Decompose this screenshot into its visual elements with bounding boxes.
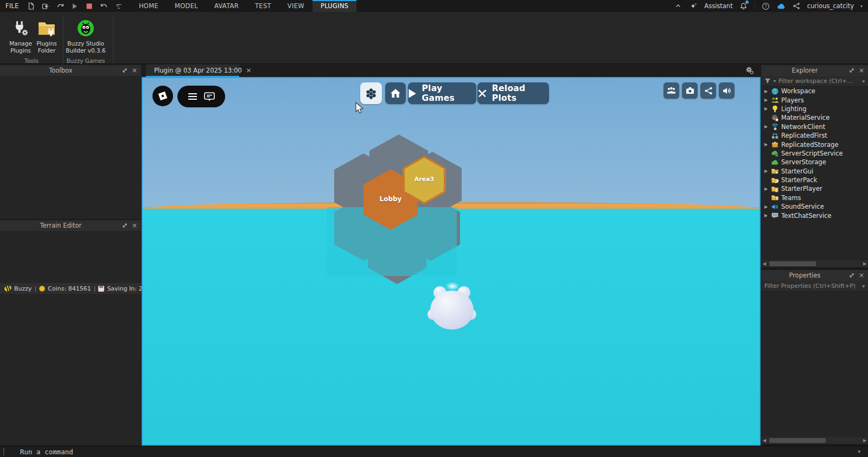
properties-hscrollbar[interactable]: ◀ ▶ [761, 437, 868, 444]
quick-access-toolbar [27, 0, 131, 12]
viewport-settings-gear-icon[interactable] [745, 66, 754, 75]
scroll-left-icon[interactable]: ◀ [761, 260, 768, 267]
expand-arrow-icon[interactable]: ▶ [763, 213, 769, 218]
capture-button[interactable] [682, 82, 698, 99]
explorer-item-soundservice[interactable]: ▶SoundService [761, 202, 868, 211]
chat-icon[interactable] [204, 92, 215, 101]
stop-icon[interactable] [85, 2, 94, 10]
menu-tab-model[interactable]: MODEL [167, 0, 206, 12]
explorer-item-lighting[interactable]: ▶Lighting [761, 105, 868, 113]
player-character[interactable] [429, 286, 475, 331]
properties-popout-icon[interactable] [848, 273, 854, 279]
explorer-item-networkclient[interactable]: ▶NetworkClient [761, 123, 868, 131]
assistant-label[interactable]: Assistant [704, 2, 732, 10]
redo-icon[interactable] [56, 2, 65, 10]
share-game-button[interactable] [700, 82, 716, 99]
username-label[interactable]: curious_catcity [807, 2, 854, 10]
share-icon[interactable] [792, 2, 801, 10]
game-viewport[interactable]: Play Games Reload Plots [142, 77, 761, 446]
expand-arrow-icon[interactable]: ▶ [763, 124, 769, 129]
reload-plots-button[interactable]: Reload Plots [477, 82, 549, 104]
titlebar-right: Assistant ? curious_catcity ▾ [674, 0, 868, 12]
open-file-icon[interactable] [41, 2, 50, 10]
scroll-thumb[interactable] [769, 438, 826, 443]
left-dock: Toolbox × Terrain Editor × Buzzy | Coins… [0, 64, 141, 446]
expand-arrow-icon[interactable]: ▶ [763, 186, 769, 191]
menu-tab-test[interactable]: TEST [247, 0, 279, 12]
buzzy-studio-builder-button[interactable]: Buzzy Studio Builder v0.3.6 [61, 15, 110, 63]
properties-filter-chevron-icon[interactable]: ▾ [862, 284, 865, 289]
expand-arrow-icon[interactable]: ▶ [763, 98, 769, 102]
sound-button[interactable] [719, 82, 735, 99]
drag-handle[interactable] [3, 448, 5, 455]
explorer-item-players[interactable]: ▶Players [761, 95, 868, 104]
explorer-item-starterplayer[interactable]: ▶StarterPlayer [761, 184, 868, 193]
collapse-ribbon-icon[interactable] [674, 2, 682, 10]
explorer-close-icon[interactable]: × [859, 67, 864, 74]
explorer-item-replicatedfirst[interactable]: ReplicatedFirst [761, 131, 868, 140]
starter-gui-icon [771, 167, 779, 175]
terrain-editor-panel-body [0, 231, 141, 283]
explorer-item-serverstorage[interactable]: ServerStorage [761, 158, 868, 166]
customize-quick-access-icon[interactable] [114, 2, 123, 10]
bee-icon [4, 285, 12, 292]
replicated-first-icon [771, 132, 779, 140]
hamburger-menu-icon[interactable] [188, 93, 197, 100]
user-menu-chevron-icon[interactable]: ▾ [860, 4, 863, 9]
tab-close-icon[interactable]: × [246, 67, 252, 74]
place-document-tab[interactable]: Plugin @ 03 Apr 2025 13:00 × [146, 65, 239, 77]
explorer-popout-icon[interactable] [848, 68, 854, 74]
play-icon[interactable] [71, 2, 79, 10]
scroll-left-icon[interactable]: ◀ [761, 437, 768, 444]
expand-arrow-icon[interactable]: ▶ [763, 89, 769, 94]
command-bar-expand-chevron-icon[interactable]: ▾ [858, 449, 868, 454]
expand-arrow-icon[interactable]: ▶ [763, 106, 769, 111]
menu-tab-view[interactable]: VIEW [279, 0, 312, 12]
players-list-button[interactable] [663, 82, 679, 99]
cloud-sync-icon[interactable] [777, 2, 786, 10]
expand-arrow-icon[interactable]: ▶ [763, 142, 769, 147]
menu-tab-home[interactable]: HOME [131, 0, 167, 12]
explorer-filter-placeholder: Filter workspace (Ctrl+… [778, 78, 853, 85]
plugins-folder-button[interactable]: Plugins Folder [31, 15, 62, 63]
menu-tab-plugins[interactable]: PLUGINS [312, 0, 357, 12]
terrain-close-icon[interactable]: × [132, 222, 137, 229]
scroll-thumb[interactable] [769, 261, 816, 266]
toolbox-popout-icon[interactable] [122, 68, 127, 74]
explorer-item-materialservice[interactable]: MaterialService [761, 113, 868, 122]
explorer-filter-input[interactable]: ▾ Filter workspace (Ctrl+… ▾ [761, 76, 868, 87]
roblox-menu-button[interactable] [152, 86, 173, 106]
home-button[interactable] [385, 82, 406, 104]
plots-menu-button[interactable] [360, 82, 382, 104]
new-file-icon[interactable] [27, 2, 35, 10]
expand-arrow-icon[interactable]: ▶ [763, 204, 769, 209]
explorer-item-label: StarterGui [781, 168, 813, 175]
properties-panel-body [761, 292, 868, 437]
explorer-item-textchatservice[interactable]: ▶TextChatService [761, 211, 868, 220]
lobby-label: Lobby [363, 195, 418, 203]
menu-tab-avatar[interactable]: AVATAR [206, 0, 247, 12]
explorer-item-starterpack[interactable]: StarterPack [761, 176, 868, 184]
toolbox-close-icon[interactable]: × [132, 67, 137, 74]
help-icon[interactable]: ? [762, 2, 770, 10]
explorer-item-workspace[interactable]: ▶Workspace [761, 87, 868, 95]
properties-close-icon[interactable]: × [859, 272, 864, 279]
people-icon [667, 87, 676, 94]
notifications-bell-icon[interactable] [739, 2, 748, 10]
filter-options-chevron-icon[interactable]: ▾ [862, 79, 865, 84]
play-games-button[interactable]: Play Games [408, 82, 476, 104]
explorer-item-startergui[interactable]: ▶StarterGui [761, 167, 868, 176]
undo-icon[interactable] [100, 2, 108, 10]
terrain-popout-icon[interactable] [122, 223, 127, 229]
explorer-hscrollbar[interactable]: ◀ ▶ [761, 260, 868, 267]
explorer-item-teams[interactable]: Teams [761, 194, 868, 202]
scroll-right-icon[interactable]: ▶ [861, 437, 868, 444]
scroll-right-icon[interactable]: ▶ [861, 260, 868, 267]
expand-arrow-icon[interactable]: ▶ [763, 169, 769, 173]
explorer-item-serverscriptservice[interactable]: ServerScriptService [761, 149, 868, 158]
explorer-item-replicatedstorage[interactable]: ▶ReplicatedStorage [761, 140, 868, 149]
command-input[interactable] [20, 448, 291, 456]
file-menu[interactable]: FILE [0, 0, 27, 12]
properties-filter-input[interactable]: Filter Properties (Ctrl+Shift+P) ▾ [761, 281, 868, 292]
roblox-logo-icon [157, 91, 168, 101]
